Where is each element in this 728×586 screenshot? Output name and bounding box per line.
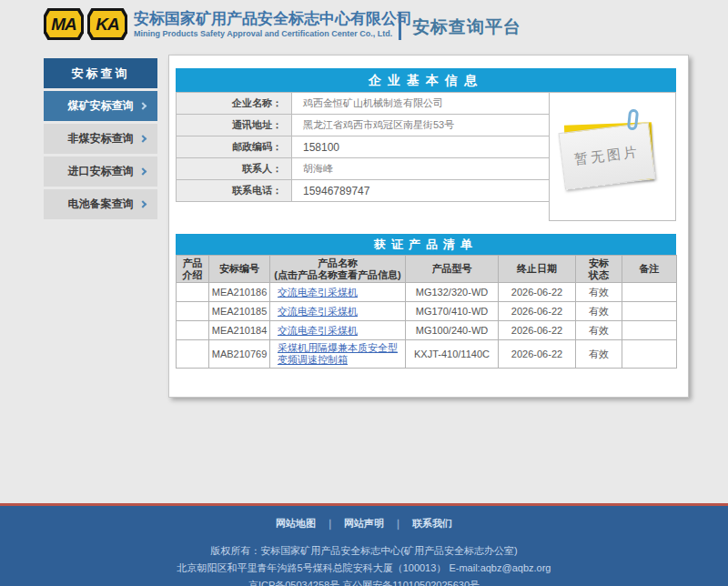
product-name-link[interactable]: 交流电牵引采煤机	[278, 306, 358, 317]
site-header: MA KA 安标国家矿用产品安全标志中心有限公司 Mining Products…	[0, 0, 728, 51]
logo-badge-ka-text: KA	[90, 11, 125, 37]
column-header-line: 安标	[576, 258, 622, 269]
products-section-title: 获证产品清单	[176, 234, 676, 255]
column-header-line: 终止日期	[499, 263, 575, 275]
sidebar-item-import-query[interactable]: 进口安标查询	[44, 157, 157, 187]
cert-no-cell: MEA210185	[209, 302, 270, 321]
info-label: 联系人：	[177, 158, 292, 180]
sidebar: 安标查询 煤矿安标查询 非煤安标查询 进口安标查询 电池备案查询	[44, 58, 157, 222]
column-header-cert-no: 安标编号	[209, 256, 270, 283]
org-name-en: Mining Products Safety Approval and Cert…	[134, 29, 392, 38]
model-cell: MG132/320-WD	[406, 283, 499, 302]
note-cell	[622, 340, 677, 369]
note-cell	[622, 302, 677, 321]
sidebar-item-noncoal-query[interactable]: 非煤安标查询	[44, 124, 157, 154]
product-row: MEA210185 交流电牵引采煤机 MG170/410-WD 2026-06-…	[177, 302, 677, 321]
page: MA KA 安标国家矿用产品安全标志中心有限公司 Mining Products…	[0, 0, 728, 586]
cert-no-cell: MAB210769	[209, 340, 270, 369]
intro-cell	[177, 302, 209, 321]
footer-link-separator: ｜	[325, 518, 335, 529]
footer-links: 网站地图 ｜ 网站声明 ｜ 联系我们	[0, 506, 728, 530]
column-header-line: (点击产品名称查看产品信息)	[270, 269, 405, 281]
model-cell: KXJT-410/1140C	[406, 340, 499, 369]
footer-link-sitemap[interactable]: 网站地图	[276, 518, 316, 529]
expiry-cell: 2026-06-22	[499, 283, 576, 302]
column-header-line: 安标编号	[209, 263, 269, 275]
info-value-contact: 胡海峰	[292, 158, 551, 180]
info-value-company-name: 鸡西金恒矿山机械制造有限公司	[292, 93, 551, 115]
product-name-link[interactable]: 采煤机用隔爆兼本质安全型变频调速控制箱	[278, 342, 398, 365]
expiry-cell: 2026-06-22	[499, 302, 576, 321]
intro-cell	[177, 321, 209, 340]
model-cell: MG100/240-WD	[406, 321, 499, 340]
footer-link-separator: ｜	[393, 518, 403, 529]
product-name-cell: 交流电牵引采煤机	[270, 283, 406, 302]
status-cell: 有效	[576, 302, 622, 321]
intro-cell	[177, 283, 209, 302]
column-header-line: 产品型号	[406, 263, 498, 275]
footer-copyright: 版权所有：安标国家矿用产品安全标志中心(矿用产品安全标志办公室)	[0, 544, 728, 558]
product-row: MEA210184 交流电牵引采煤机 MG100/240-WD 2026-06-…	[177, 321, 677, 340]
footer-link-statement[interactable]: 网站声明	[344, 518, 384, 529]
product-name-cell: 采煤机用隔爆兼本质安全型变频调速控制箱	[270, 340, 406, 369]
chevron-right-icon	[139, 135, 147, 142]
note-cell	[622, 321, 677, 340]
sidebar-item-label: 非煤安标查询	[68, 131, 134, 146]
column-header-line: 备注	[622, 263, 676, 275]
column-header-line: 状态	[576, 269, 622, 281]
products-header-row: 产品 介绍 安标编号 产品名称 (点击产品名称查看产品信息) 产品型号 终止日期	[177, 256, 677, 283]
column-header-note: 备注	[622, 256, 677, 283]
info-value-phone: 15946789747	[292, 180, 551, 202]
org-name-cn: 安标国家矿用产品安全标志中心有限公司	[134, 8, 412, 29]
info-row: 联系人： 胡海峰	[177, 158, 551, 180]
cert-no-cell: MEA210184	[209, 321, 270, 340]
enterprise-info-table: 企业名称： 鸡西金恒矿山机械制造有限公司 通讯地址： 黑龙江省鸡西市鸡冠区南星街…	[176, 92, 551, 202]
column-header-model: 产品型号	[406, 256, 499, 283]
product-name-link[interactable]: 交流电牵引采煤机	[278, 325, 358, 336]
footer-address: 北京朝阳区和平里青年沟路5号煤科总院安科大厦（100013） E-mail:aq…	[0, 561, 728, 575]
column-header-expiry: 终止日期	[499, 256, 576, 283]
info-value-address: 黑龙江省鸡西市鸡冠区南星街53号	[292, 115, 551, 136]
chevron-right-icon	[139, 167, 147, 175]
expiry-cell: 2026-06-22	[499, 340, 576, 369]
info-row: 联系电话： 15946789747	[177, 180, 551, 202]
product-name-cell: 交流电牵引采煤机	[270, 302, 406, 321]
info-row: 通讯地址： 黑龙江省鸡西市鸡冠区南星街53号	[177, 115, 551, 136]
column-header-status: 安标 状态	[576, 256, 622, 283]
products-table: 产品 介绍 安标编号 产品名称 (点击产品名称查看产品信息) 产品型号 终止日期	[176, 255, 677, 369]
cert-no-cell: MEA210186	[209, 283, 270, 302]
logo-badge-ka-icon: KA	[87, 8, 127, 40]
no-image-card: 暂无图片	[559, 122, 656, 190]
intro-cell	[177, 340, 209, 369]
column-header-intro: 产品 介绍	[177, 256, 209, 283]
info-label: 邮政编码：	[177, 136, 292, 158]
product-name-link[interactable]: 交流电牵引采煤机	[278, 287, 358, 298]
expiry-cell: 2026-06-22	[499, 321, 576, 340]
sidebar-item-label: 进口安标查询	[68, 164, 134, 179]
maka-logo: MA KA	[44, 8, 127, 40]
enterprise-section-title: 企业基本信息	[176, 68, 676, 92]
chevron-right-icon	[139, 200, 147, 207]
sidebar-item-battery-query[interactable]: 电池备案查询	[44, 189, 157, 219]
no-image-placeholder: 暂无图片	[549, 92, 676, 221]
platform-title: 安标查询平台	[412, 15, 521, 39]
product-row: MEA210186 交流电牵引采煤机 MG132/320-WD 2026-06-…	[177, 283, 677, 302]
logo-badge-ma-icon: MA	[44, 8, 84, 40]
status-cell: 有效	[576, 283, 622, 302]
footer-link-contact[interactable]: 联系我们	[412, 518, 452, 529]
product-row: MAB210769 采煤机用隔爆兼本质安全型变频调速控制箱 KXJT-410/1…	[177, 340, 677, 369]
column-header-line: 产品	[177, 258, 208, 269]
footer: 网站地图 ｜ 网站声明 ｜ 联系我们 版权所有：安标国家矿用产品安全标志中心(矿…	[0, 506, 728, 586]
info-label: 通讯地址：	[177, 115, 292, 136]
sidebar-item-coal-query[interactable]: 煤矿安标查询	[44, 91, 157, 121]
info-value-postcode: 158100	[292, 136, 551, 158]
status-cell: 有效	[576, 321, 622, 340]
column-header-product-name: 产品名称 (点击产品名称查看产品信息)	[270, 256, 406, 283]
info-label: 企业名称：	[177, 93, 292, 115]
footer-icp: 京ICP备05034258号 京公网安备11010502025630号	[0, 579, 728, 586]
info-row: 企业名称： 鸡西金恒矿山机械制造有限公司	[177, 93, 551, 115]
model-cell: MG170/410-WD	[406, 302, 499, 321]
header-divider	[399, 12, 401, 40]
column-header-line: 产品名称	[270, 258, 405, 269]
product-name-cell: 交流电牵引采煤机	[270, 321, 406, 340]
